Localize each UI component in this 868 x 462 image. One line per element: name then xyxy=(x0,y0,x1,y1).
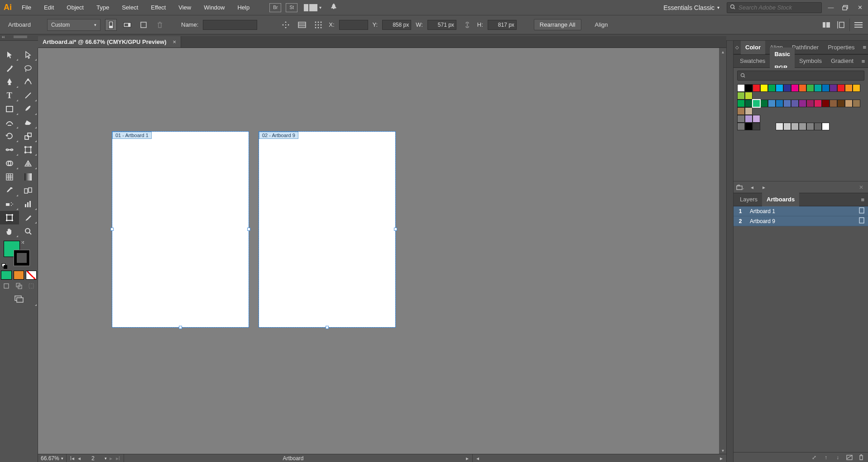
status-menu-chevron[interactable]: ▸ xyxy=(465,455,470,462)
stock-icon[interactable]: St xyxy=(286,3,297,12)
swatch-search[interactable] xyxy=(737,71,864,81)
bridge-icon[interactable]: Br xyxy=(269,3,281,12)
paintbrush-tool[interactable] xyxy=(19,102,38,116)
curvature-tool[interactable] xyxy=(19,75,38,89)
align-label[interactable]: Align xyxy=(595,21,608,28)
swatch[interactable] xyxy=(845,100,853,107)
default-fill-stroke-icon[interactable] xyxy=(2,263,7,269)
zoom-tool[interactable] xyxy=(19,224,38,238)
pen-tool[interactable] xyxy=(0,75,19,89)
swatch[interactable] xyxy=(745,100,753,107)
magic-wand-tool[interactable] xyxy=(0,62,19,75)
swatch[interactable] xyxy=(806,100,814,107)
swatch[interactable] xyxy=(745,92,753,100)
swatch[interactable] xyxy=(837,100,845,107)
h-input[interactable] xyxy=(488,20,517,30)
document-tab[interactable]: Artboard.ai* @ 66.67% (CMYK/GPU Preview)… xyxy=(38,36,181,48)
swatch[interactable] xyxy=(814,84,822,92)
hscroll-right-icon[interactable]: ▸ xyxy=(719,455,724,462)
direct-selection-tool[interactable] xyxy=(19,48,38,62)
swatch[interactable] xyxy=(822,123,830,130)
scroll-down-icon[interactable]: ▾ xyxy=(719,447,726,454)
tab-swatches[interactable]: Swatches xyxy=(734,54,770,68)
reference-point-selector[interactable] xyxy=(312,19,324,31)
swatch[interactable] xyxy=(799,100,806,107)
swatch[interactable] xyxy=(853,100,860,107)
swatch[interactable] xyxy=(799,84,806,92)
eraser-tool[interactable] xyxy=(19,116,38,129)
swatch[interactable] xyxy=(783,84,791,92)
swatch[interactable] xyxy=(822,84,830,92)
menu-help[interactable]: Help xyxy=(231,0,256,15)
y-input[interactable] xyxy=(382,20,411,30)
menu-type[interactable]: Type xyxy=(90,0,115,15)
lasso-tool[interactable] xyxy=(19,62,38,75)
width-tool[interactable] xyxy=(0,143,19,157)
x-input[interactable] xyxy=(339,20,368,30)
move-up-icon[interactable]: ↑ xyxy=(822,453,830,462)
color-mode-none[interactable] xyxy=(26,271,37,280)
delete-artboard-button[interactable] xyxy=(154,19,166,31)
swap-fill-stroke-icon[interactable]: ⤭ xyxy=(21,240,24,245)
artboard-options-button[interactable] xyxy=(296,19,308,31)
tab-gradient[interactable]: Gradient xyxy=(826,54,858,68)
artboard-1[interactable]: 01 - Artboard 1 xyxy=(112,132,249,327)
tab-artboards[interactable]: Artboards xyxy=(762,193,799,206)
vertical-scrollbar[interactable]: ▴ ▾ xyxy=(719,48,726,454)
artboard-label[interactable]: 01 - Artboard 1 xyxy=(112,132,152,139)
artboard-tool[interactable] xyxy=(0,211,19,224)
scale-tool[interactable] xyxy=(19,129,38,143)
rectangle-tool[interactable] xyxy=(0,102,19,116)
new-artboard-icon[interactable] xyxy=(845,453,854,462)
eyedropper-tool[interactable] xyxy=(0,184,19,197)
color-mode-gradient[interactable] xyxy=(14,271,24,280)
swatch[interactable] xyxy=(814,123,822,130)
artboard-options-icon[interactable] xyxy=(859,207,864,215)
swatch[interactable] xyxy=(776,100,783,107)
line-tool[interactable] xyxy=(19,89,38,102)
free-transform-tool[interactable] xyxy=(19,143,38,157)
swatch[interactable] xyxy=(768,100,776,107)
prev-artboard-button[interactable]: ◂ xyxy=(77,455,82,462)
swatch[interactable] xyxy=(783,100,791,107)
panel-dock-gutter[interactable] xyxy=(726,41,733,462)
artboard-2[interactable]: 02 - Artboard 9 xyxy=(259,132,395,327)
swatch[interactable] xyxy=(799,123,806,130)
slice-tool[interactable] xyxy=(19,211,38,224)
swatch[interactable] xyxy=(737,84,745,92)
draw-behind[interactable] xyxy=(13,281,25,291)
panel-menu-button[interactable]: ≡ xyxy=(858,58,868,65)
last-artboard-button[interactable]: ▸I xyxy=(115,455,121,462)
rotate-tool[interactable] xyxy=(0,129,19,143)
panel-menu-button[interactable]: ≡ xyxy=(857,196,868,203)
tab-symbols[interactable]: Symbols xyxy=(795,54,826,68)
swatch[interactable] xyxy=(830,100,837,107)
swatch[interactable] xyxy=(791,100,799,107)
menu-file[interactable]: File xyxy=(15,0,38,15)
first-artboard-button[interactable]: I◂ xyxy=(69,455,75,462)
panel-cycle-icon[interactable]: ◇ xyxy=(734,45,741,50)
tab-layers[interactable]: Layers xyxy=(734,193,762,206)
color-mode-solid[interactable] xyxy=(1,271,12,280)
swatch-prev-icon[interactable]: ◂ xyxy=(748,183,756,191)
artboard-label[interactable]: 02 - Artboard 9 xyxy=(259,132,298,139)
artboard-options-icon[interactable] xyxy=(859,217,864,225)
shape-builder-tool[interactable] xyxy=(0,157,19,170)
search-stock-input[interactable] xyxy=(739,4,819,11)
new-artboard-button[interactable] xyxy=(138,19,149,31)
menu-edit[interactable]: Edit xyxy=(38,0,60,15)
swatch[interactable] xyxy=(737,107,745,115)
swatch[interactable] xyxy=(822,100,830,107)
align-artboards-icon[interactable] xyxy=(820,19,832,31)
resize-handle-w[interactable] xyxy=(110,228,114,231)
screen-mode-button[interactable] xyxy=(0,291,38,307)
swatch[interactable] xyxy=(853,84,860,92)
swatch[interactable] xyxy=(737,100,745,107)
close-tab-button[interactable]: × xyxy=(173,38,176,45)
column-graph-tool[interactable] xyxy=(19,197,38,211)
swatch[interactable] xyxy=(745,123,753,130)
swatch[interactable] xyxy=(791,84,799,92)
tab-color[interactable]: Color xyxy=(741,41,765,54)
artboard-preset-dropdown[interactable]: Custom ▾ xyxy=(47,19,101,31)
menu-select[interactable]: Select xyxy=(115,0,144,15)
